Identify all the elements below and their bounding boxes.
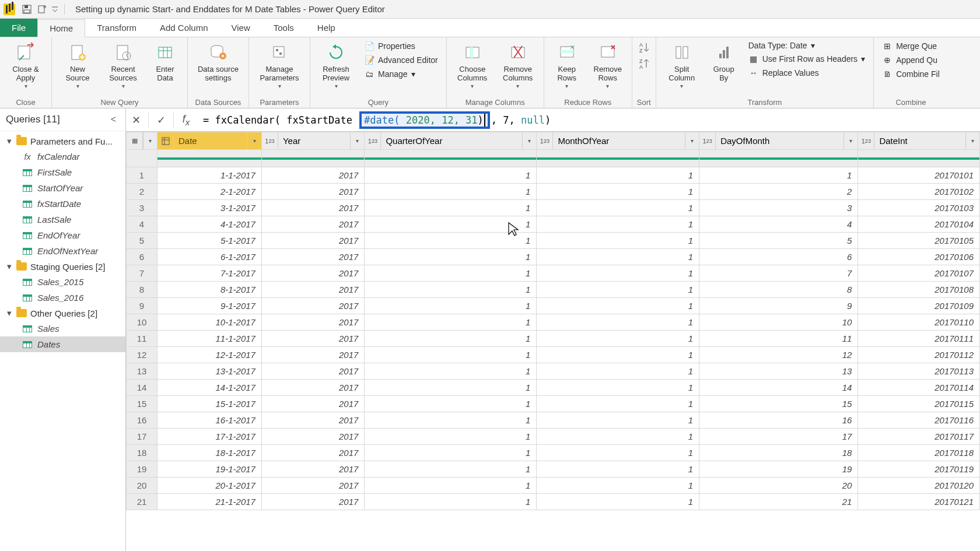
table-row[interactable]: 33-1-2017201711320170103 — [127, 200, 980, 216]
split-column-button[interactable]: Split Column▾ — [661, 40, 703, 90]
cell-dayofmonth[interactable]: 19 — [699, 461, 858, 478]
choose-columns-button[interactable]: Choose Columns▾ — [452, 40, 494, 90]
cell-dateint[interactable]: 20170103 — [858, 200, 980, 216]
manage-button[interactable]: 🗂Manage ▾ — [360, 68, 442, 80]
table-row[interactable]: 1414-1-20172017111420170114 — [127, 380, 980, 396]
replace-values-button[interactable]: ↔Replace Values — [745, 66, 869, 79]
qat-save-button[interactable] — [20, 2, 34, 16]
cell-dayofmonth[interactable]: 13 — [699, 363, 858, 380]
cell-dateint[interactable]: 20170104 — [858, 216, 980, 233]
formula-fx-button[interactable]: fx — [176, 110, 196, 130]
data-type-button[interactable]: Data Type: Date ▾ — [745, 40, 869, 51]
cell-date[interactable]: 10-1-2017 — [158, 314, 262, 331]
table-row[interactable]: 1717-1-20172017111720170117 — [127, 429, 980, 445]
cell-quarterofyear[interactable]: 1 — [365, 347, 537, 363]
first-row-headers-button[interactable]: ▦Use First Row as Headers ▾ — [745, 52, 869, 65]
table-row[interactable]: 1111-1-20172017111120170111 — [127, 331, 980, 347]
cell-year[interactable]: 2017 — [261, 314, 364, 331]
cell-dateint[interactable]: 20170111 — [858, 331, 980, 347]
cell-dayofmonth[interactable]: 16 — [699, 412, 858, 429]
tab-add-column[interactable]: Add Column — [148, 19, 220, 37]
cell-dayofmonth[interactable]: 3 — [699, 200, 858, 216]
cell-dateint[interactable]: 20170113 — [858, 363, 980, 380]
recent-sources-button[interactable]: Recent Sources▾ — [102, 40, 144, 90]
query-group-other[interactable]: ▾Other Queries [2] — [0, 306, 125, 321]
cell-dateint[interactable]: 20170112 — [858, 347, 980, 363]
cell-year[interactable]: 2017 — [261, 216, 364, 233]
table-row[interactable]: 1313-1-20172017111320170113 — [127, 363, 980, 380]
cell-dateint[interactable]: 20170118 — [858, 445, 980, 461]
cell-monthofyear[interactable]: 1 — [537, 298, 699, 314]
cell-date[interactable]: 7-1-2017 — [158, 265, 262, 282]
cell-quarterofyear[interactable]: 1 — [365, 265, 537, 282]
rownum-header[interactable]: ▦▾ — [127, 132, 158, 150]
cell-quarterofyear[interactable]: 1 — [365, 184, 537, 200]
formula-cancel-button[interactable]: ✕ — [126, 110, 146, 130]
query-item-fxcalendar[interactable]: fxfxCalendar — [0, 149, 125, 164]
cell-quarterofyear[interactable]: 1 — [365, 233, 537, 249]
row-number[interactable]: 8 — [127, 282, 158, 298]
cell-year[interactable]: 2017 — [261, 478, 364, 494]
row-number[interactable]: 19 — [127, 461, 158, 478]
row-number[interactable]: 14 — [127, 380, 158, 396]
cell-monthofyear[interactable]: 1 — [537, 363, 699, 380]
cell-year[interactable]: 2017 — [261, 265, 364, 282]
query-item-lastsale[interactable]: LastSale — [0, 212, 125, 227]
query-item-dates[interactable]: Dates — [0, 336, 125, 352]
cell-date[interactable]: 4-1-2017 — [158, 216, 262, 233]
data-source-settings-button[interactable]: Data source settings — [192, 40, 244, 84]
row-number[interactable]: 10 — [127, 314, 158, 331]
table-row[interactable]: 2020-1-20172017112020170120 — [127, 478, 980, 494]
row-number[interactable]: 15 — [127, 396, 158, 412]
cell-dayofmonth[interactable]: 15 — [699, 396, 858, 412]
cell-year[interactable]: 2017 — [261, 184, 364, 200]
cell-date[interactable]: 1-1-2017 — [158, 167, 262, 184]
cell-dateint[interactable]: 20170115 — [858, 396, 980, 412]
table-options-icon[interactable]: ▦ — [127, 132, 143, 149]
cell-monthofyear[interactable]: 1 — [537, 461, 699, 478]
cell-monthofyear[interactable]: 1 — [537, 429, 699, 445]
cell-dateint[interactable]: 20170101 — [858, 167, 980, 184]
cell-date[interactable]: 11-1-2017 — [158, 331, 262, 347]
column-filter-icon[interactable]: ▾ — [965, 132, 979, 149]
column-filter-icon[interactable]: ▾ — [522, 132, 536, 149]
row-number[interactable]: 17 — [127, 429, 158, 445]
cell-monthofyear[interactable]: 1 — [537, 200, 699, 216]
cell-dayofmonth[interactable]: 8 — [699, 282, 858, 298]
cell-year[interactable]: 2017 — [261, 200, 364, 216]
query-item-endofnextyear[interactable]: EndOfNextYear — [0, 243, 125, 259]
cell-date[interactable]: 13-1-2017 — [158, 363, 262, 380]
row-number[interactable]: 7 — [127, 265, 158, 282]
column-header-dayofmonth[interactable]: 123DayOfMonth▾ — [699, 132, 858, 150]
cell-dateint[interactable]: 20170106 — [858, 249, 980, 265]
cell-dayofmonth[interactable]: 10 — [699, 314, 858, 331]
cell-dayofmonth[interactable]: 11 — [699, 331, 858, 347]
query-group-staging[interactable]: ▾Staging Queries [2] — [0, 259, 125, 274]
cell-dateint[interactable]: 20170102 — [858, 184, 980, 200]
cell-dayofmonth[interactable]: 18 — [699, 445, 858, 461]
query-group-parameters[interactable]: ▾Parameters and Fu... — [0, 134, 125, 149]
cell-date[interactable]: 12-1-2017 — [158, 347, 262, 363]
sort-asc-button[interactable]: AZ — [637, 40, 651, 55]
cell-dateint[interactable]: 20170110 — [858, 314, 980, 331]
table-row[interactable]: 44-1-2017201711420170104 — [127, 216, 980, 233]
sort-desc-button[interactable]: ZA — [637, 56, 651, 71]
enter-data-button[interactable]: Enter Data — [148, 40, 183, 84]
column-type-icon[interactable]: 123 — [858, 132, 874, 149]
cell-quarterofyear[interactable]: 1 — [365, 412, 537, 429]
cell-dayofmonth[interactable]: 17 — [699, 429, 858, 445]
column-header-monthofyear[interactable]: 123MonthOfYear▾ — [537, 132, 699, 150]
table-row[interactable]: 1515-1-20172017111520170115 — [127, 396, 980, 412]
table-row[interactable]: 1919-1-20172017111920170119 — [127, 461, 980, 478]
column-type-icon[interactable]: 123 — [537, 132, 553, 149]
row-number[interactable]: 4 — [127, 216, 158, 233]
remove-columns-button[interactable]: Remove Columns▾ — [497, 40, 539, 90]
data-grid[interactable]: ▦▾ Date▾123Year▾123QuarterOfYear▾123Mont… — [126, 132, 980, 510]
cell-quarterofyear[interactable]: 1 — [365, 396, 537, 412]
row-number[interactable]: 13 — [127, 363, 158, 380]
cell-dayofmonth[interactable]: 1 — [699, 167, 858, 184]
column-header-year[interactable]: 123Year▾ — [261, 132, 364, 150]
cell-monthofyear[interactable]: 1 — [537, 478, 699, 494]
cell-quarterofyear[interactable]: 1 — [365, 331, 537, 347]
table-row[interactable]: 1010-1-20172017111020170110 — [127, 314, 980, 331]
